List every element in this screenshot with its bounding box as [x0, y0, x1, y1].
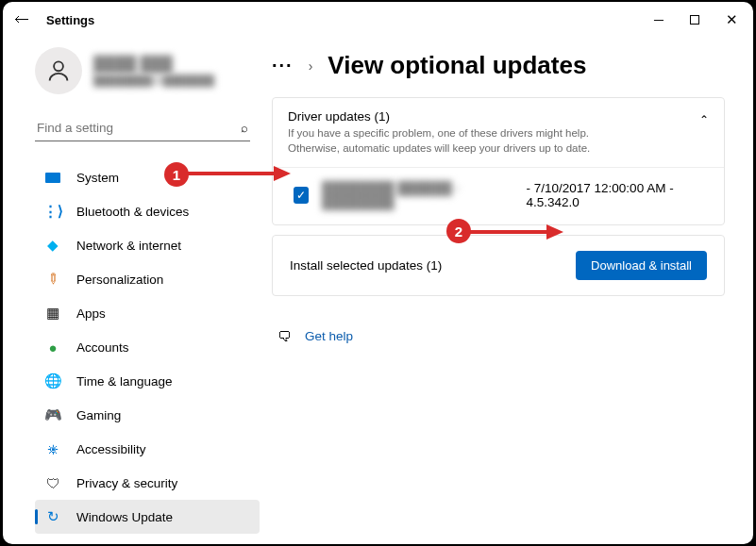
globe-icon: 🌐 — [44, 372, 61, 389]
chevron-up-icon[interactable]: ⌃ — [699, 113, 709, 126]
driver-meta: - 7/10/2017 12:00:00 AM - 4.5.342.0 — [527, 181, 709, 209]
maximize-button[interactable] — [690, 15, 699, 25]
account-text: ████ ███ ████████@███████ — [93, 56, 214, 86]
sidebar-item-label: Accessibility — [76, 442, 146, 456]
driver-updates-card: Driver updates (1) If you have a specifi… — [272, 97, 725, 225]
search-box[interactable]: ⌕ — [35, 115, 250, 141]
download-install-button[interactable]: Download & install — [576, 251, 707, 280]
chevron-right-icon: › — [309, 58, 313, 74]
svg-point-0 — [54, 61, 63, 71]
sidebar-item-time[interactable]: 🌐 Time & language — [35, 364, 260, 398]
sidebar-item-label: Network & internet — [76, 239, 181, 253]
install-label: Install selected updates (1) — [290, 258, 442, 273]
driver-updates-header[interactable]: Driver updates (1) If you have a specifi… — [273, 98, 724, 167]
back-button[interactable]: 🡐 — [14, 11, 29, 28]
sidebar: ████ ███ ████████@███████ ⌕ System ⋮⟩ Bl… — [3, 38, 262, 544]
window-controls: ─ ✕ — [654, 11, 744, 28]
sidebar-item-label: Gaming — [76, 408, 121, 422]
help-icon: 🗨 — [277, 328, 292, 344]
sidebar-item-windows-update[interactable]: ↻ Windows Update — [35, 500, 260, 534]
gaming-icon: 🎮 — [44, 406, 61, 423]
search-icon: ⌕ — [241, 121, 248, 135]
sidebar-item-accounts[interactable]: ● Accounts — [35, 330, 260, 364]
get-help-link[interactable]: Get help — [305, 329, 353, 343]
sidebar-item-personalization[interactable]: ✎ Personalization — [35, 262, 260, 296]
settings-window: 🡐 Settings ─ ✕ ████ ███ ████████@███████ — [3, 2, 753, 544]
sidebar-item-label: Bluetooth & devices — [76, 205, 189, 219]
bluetooth-icon: ⋮⟩ — [44, 203, 61, 220]
system-icon — [44, 169, 61, 186]
sidebar-item-label: Apps — [76, 306, 106, 321]
shield-icon: 🛡 — [44, 474, 61, 491]
accessibility-icon: ⛯ — [44, 440, 61, 457]
wifi-icon: ◆ — [44, 237, 61, 254]
close-button[interactable]: ✕ — [726, 11, 738, 28]
apps-icon: ▦ — [44, 305, 61, 322]
install-row: Install selected updates (1) Download & … — [273, 236, 724, 295]
brush-icon: ✎ — [41, 267, 64, 290]
sidebar-item-label: Personalization — [76, 273, 163, 287]
sidebar-item-label: Time & language — [76, 374, 173, 389]
main-pane: ··· › View optional updates Driver updat… — [262, 38, 753, 544]
sidebar-item-accessibility[interactable]: ⛯ Accessibility — [35, 432, 260, 466]
sidebar-item-apps[interactable]: ▦ Apps — [35, 296, 260, 330]
driver-updates-header-text: Driver updates (1) If you have a specifi… — [288, 109, 637, 156]
account-block[interactable]: ████ ███ ████████@███████ — [35, 47, 255, 94]
sidebar-item-system[interactable]: System — [35, 160, 260, 194]
sidebar-item-privacy[interactable]: 🛡 Privacy & security — [35, 466, 260, 500]
driver-checkbox[interactable]: ✓ — [294, 187, 309, 204]
driver-updates-title: Driver updates (1) — [288, 109, 637, 124]
sidebar-item-bluetooth[interactable]: ⋮⟩ Bluetooth & devices — [35, 194, 260, 228]
account-email: ████████@███████ — [93, 74, 214, 86]
get-help-row[interactable]: 🗨 Get help — [272, 328, 725, 344]
driver-item-row: ✓ ████████ ██████ - ████████ - 7/10/2017… — [273, 167, 724, 224]
update-icon: ↻ — [44, 508, 61, 525]
sidebar-nav: System ⋮⟩ Bluetooth & devices ◆ Network … — [35, 160, 255, 534]
person-icon — [45, 58, 72, 84]
driver-name: ████████ ██████ - ████████ — [322, 181, 512, 209]
title-bar-left: 🡐 Settings — [14, 11, 94, 28]
sidebar-item-label: System — [76, 171, 119, 185]
sidebar-item-label: Accounts — [76, 340, 129, 355]
window-title: Settings — [46, 13, 94, 27]
sidebar-item-network[interactable]: ◆ Network & internet — [35, 228, 260, 262]
install-card: Install selected updates (1) Download & … — [272, 235, 725, 296]
breadcrumb-more-icon[interactable]: ··· — [272, 55, 294, 76]
avatar — [35, 47, 82, 94]
sidebar-item-label: Privacy & security — [76, 476, 177, 490]
window-body: ████ ███ ████████@███████ ⌕ System ⋮⟩ Bl… — [3, 38, 753, 544]
breadcrumb: ··· › View optional updates — [272, 51, 725, 80]
sidebar-item-label: Windows Update — [76, 510, 173, 524]
page-title: View optional updates — [328, 51, 586, 80]
sidebar-item-gaming[interactable]: 🎮 Gaming — [35, 398, 260, 432]
account-icon: ● — [44, 339, 61, 356]
minimize-button[interactable]: ─ — [654, 12, 664, 27]
search-input[interactable] — [37, 121, 207, 135]
driver-updates-subtitle: If you have a specific problem, one of t… — [288, 126, 637, 156]
account-name: ████ ███ — [93, 56, 214, 73]
title-bar: 🡐 Settings ─ ✕ — [3, 2, 753, 38]
